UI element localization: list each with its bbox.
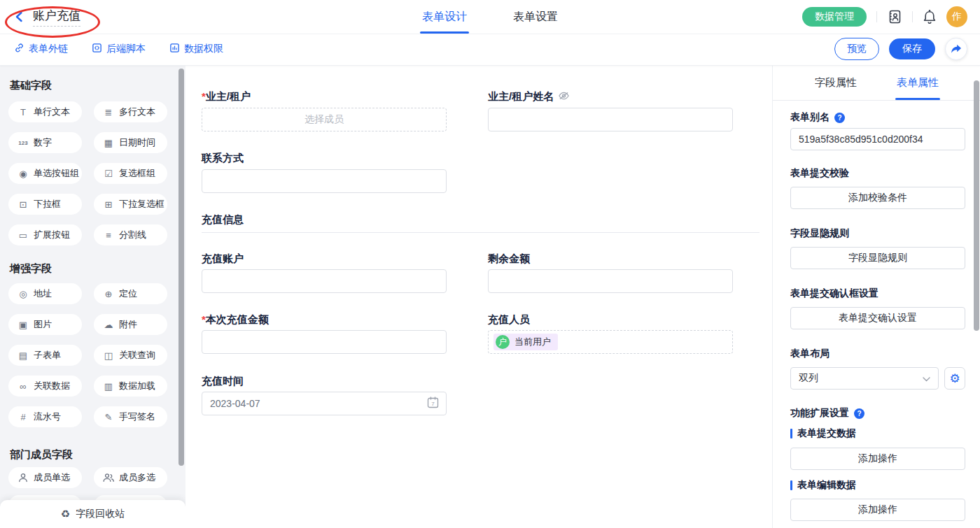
- field-item-member-multi[interactable]: 成员多选: [94, 467, 167, 488]
- field-item-relation-data[interactable]: ∞关联数据: [8, 376, 82, 397]
- divider: [876, 11, 877, 22]
- header-right-group: 数据管理 作: [802, 0, 967, 34]
- input-recharge-amount[interactable]: [202, 330, 447, 354]
- input-owner-name[interactable]: [488, 108, 733, 131]
- blue-bar-icon: [790, 429, 792, 438]
- number-icon: 123: [18, 140, 29, 146]
- share-button[interactable]: [945, 38, 967, 60]
- script-icon: [92, 43, 102, 55]
- calendar-icon: ▦: [103, 138, 114, 148]
- field-item-serial-number[interactable]: #流水号: [8, 406, 82, 427]
- button-icon: ▭: [18, 230, 29, 241]
- field-item-member-single[interactable]: 成员单选: [8, 467, 82, 488]
- form-alias-input[interactable]: [790, 128, 965, 150]
- header-tabs: 表单设计 表单设置: [422, 0, 558, 34]
- field-item-divider[interactable]: ≡分割线: [94, 224, 167, 245]
- data-manage-button[interactable]: 数据管理: [802, 7, 867, 27]
- tab-field-properties[interactable]: 字段属性: [815, 65, 857, 100]
- body-area: 基础字段 T单行文本 ≣多行文本 123数字 ▦日期时间 ◉单选按钮组 ☑复选框…: [0, 65, 980, 528]
- field-item-multi-text[interactable]: ≣多行文本: [94, 101, 167, 122]
- data-permission-button[interactable]: 数据权限: [169, 43, 223, 55]
- field-item-datetime[interactable]: ▦日期时间: [94, 132, 167, 153]
- save-button[interactable]: 保存: [889, 38, 935, 59]
- field-item-address[interactable]: ◎地址: [8, 283, 82, 304]
- external-link-button[interactable]: 表单外链: [14, 43, 68, 55]
- location-icon: ⊕: [103, 289, 114, 299]
- member-single-icon: [18, 473, 29, 483]
- field-recycle-bin[interactable]: ♻ 字段回收站: [0, 500, 186, 528]
- field-item-subform[interactable]: ▤子表单: [8, 345, 82, 366]
- form-layout-label: 表单布局: [790, 348, 830, 360]
- data-permission-label: 数据权限: [184, 43, 223, 55]
- top-header: 账户充值 表单设计 表单设置 数据管理 作: [0, 0, 980, 34]
- field-item-relation-query[interactable]: ◫关联查询: [94, 345, 167, 366]
- submit-confirm-button[interactable]: 表单提交确认设置: [790, 307, 965, 329]
- signature-pen-icon: ✎: [103, 412, 114, 422]
- form-canvas: *业主/租户 选择成员 业主/租户姓名 联系方式 充值信息 充值账户 剩余金额 …: [186, 65, 772, 528]
- field-palette-sidebar: 基础字段 T单行文本 ≣多行文本 123数字 ▦日期时间 ◉单选按钮组 ☑复选框…: [0, 65, 186, 528]
- field-item-image[interactable]: ▣图片: [8, 314, 82, 335]
- backend-script-button[interactable]: 后端脚本: [92, 43, 146, 55]
- form-designer-app: 账户充值 表单设计 表单设置 数据管理 作: [0, 0, 980, 528]
- edit-data-add-action-button[interactable]: 添加操作: [790, 499, 965, 521]
- field-item-radio-group[interactable]: ◉单选按钮组: [8, 163, 82, 184]
- date-picker-recharge-time[interactable]: 2023-04-07 7: [202, 392, 447, 415]
- contact-book-icon[interactable]: [887, 9, 902, 24]
- image-icon: ▣: [18, 320, 29, 330]
- user-avatar[interactable]: 作: [946, 6, 967, 27]
- member-picker-owner[interactable]: 选择成员: [202, 108, 447, 131]
- panel-scrollbar[interactable]: [974, 80, 979, 331]
- relation-query-icon: ◫: [103, 350, 114, 361]
- input-contact[interactable]: [202, 169, 447, 193]
- field-label-balance: 剩余金额: [488, 252, 530, 266]
- permission-icon: [169, 43, 180, 55]
- text-icon: T: [18, 107, 29, 117]
- section-divider: [202, 232, 760, 233]
- field-item-number[interactable]: 123数字: [8, 132, 82, 153]
- subform-icon: ▤: [18, 350, 29, 361]
- tab-form-design[interactable]: 表单设计: [422, 0, 467, 34]
- notification-bell-icon[interactable]: [923, 9, 937, 24]
- form-layout-select[interactable]: 双列: [790, 367, 939, 390]
- field-item-single-text[interactable]: T单行文本: [8, 101, 82, 122]
- help-icon[interactable]: ?: [834, 113, 845, 123]
- section-title-basic-fields: 基础字段: [10, 79, 52, 92]
- input-balance[interactable]: [488, 269, 733, 293]
- field-item-location[interactable]: ⊕定位: [94, 283, 167, 304]
- field-visibility-label: 字段显隐规则: [790, 227, 849, 240]
- active-tab-underline: [420, 31, 469, 34]
- field-item-checkbox-group[interactable]: ☑复选框组: [94, 163, 167, 184]
- field-item-data-load[interactable]: ▥数据加载: [94, 376, 167, 397]
- input-recharge-account[interactable]: [202, 269, 447, 293]
- section-label-recharge-info: 充值信息: [202, 213, 244, 227]
- share-arrow-icon: [951, 44, 962, 54]
- field-item-select[interactable]: ⊡下拉框: [8, 194, 82, 215]
- add-validation-button[interactable]: 添加校验条件: [790, 187, 965, 209]
- form-alias-label: 表单别名 ?: [790, 111, 845, 124]
- blue-bar-icon: [790, 480, 792, 490]
- help-icon[interactable]: ?: [854, 408, 864, 419]
- field-item-signature[interactable]: ✎手写签名: [94, 406, 167, 427]
- sidebar-scrollbar[interactable]: [178, 69, 184, 466]
- preview-button[interactable]: 预览: [834, 38, 879, 60]
- relation-data-icon: ∞: [18, 381, 29, 392]
- layout-settings-gear-button[interactable]: ⚙: [944, 367, 965, 390]
- field-item-attachment[interactable]: ☁附件: [94, 314, 167, 335]
- field-label-recharge-time: 充值时间: [202, 375, 244, 388]
- radio-icon: ◉: [18, 169, 29, 179]
- operator-user-box[interactable]: 户 当前用户: [488, 330, 733, 354]
- tab-form-properties[interactable]: 表单属性: [897, 65, 939, 100]
- field-visibility-button[interactable]: 字段显隐规则: [790, 247, 965, 269]
- back-icon[interactable]: [14, 11, 24, 22]
- tab-form-settings[interactable]: 表单设置: [513, 0, 558, 34]
- extension-settings-label: 功能扩展设置 ?: [790, 407, 864, 420]
- page-title[interactable]: 账户充值: [33, 8, 80, 27]
- toolbar-actions: 预览 保存: [834, 34, 967, 64]
- field-item-multi-select[interactable]: ⊞下拉复选框: [94, 194, 167, 215]
- gear-icon: ⚙: [949, 371, 960, 386]
- field-label-recharge-amount: *本次充值金额: [202, 313, 269, 327]
- field-item-extend-button[interactable]: ▭扩展按钮: [8, 224, 82, 245]
- submit-data-add-action-button[interactable]: 添加操作: [790, 448, 965, 470]
- section-title-enhanced-fields: 增强字段: [10, 262, 52, 276]
- field-label-owner-name: 业主/租户姓名: [488, 90, 570, 104]
